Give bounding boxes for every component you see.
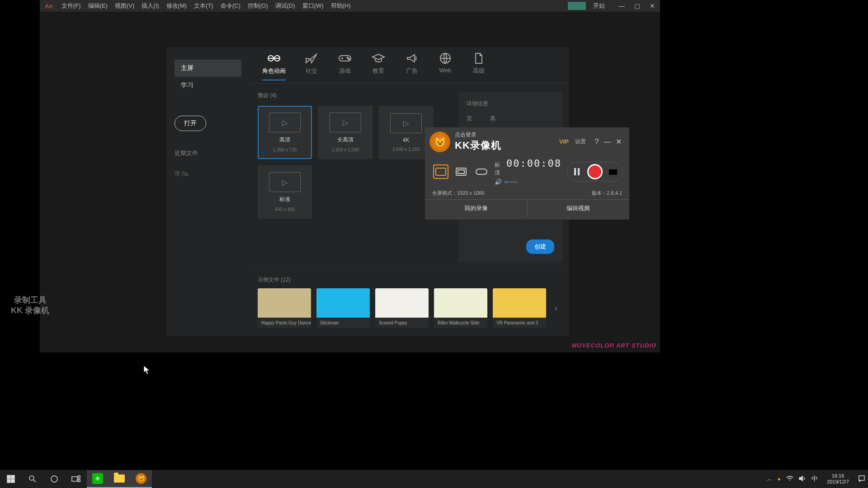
maximize-icon[interactable]: ▢ [629,2,645,9]
menu-insert[interactable]: 插入(I) [138,2,162,10]
kk-quality-label: 标清 [495,161,500,177]
kk-help-icon[interactable]: ? [591,138,602,146]
menu-view[interactable]: 视图(V) [111,2,138,10]
menu-edit[interactable]: 编辑(E) [85,2,111,10]
menu-window[interactable]: 窗口(W) [299,2,327,10]
svg-rect-10 [574,168,576,175]
kk-volume-icon[interactable]: 🔊 [495,178,502,185]
svg-rect-21 [78,476,80,478]
cat-advanced[interactable]: 高级 [471,52,486,80]
svg-rect-23 [859,476,864,480]
cat-label: 角色动画 [262,67,286,75]
recording-tool-watermark: 录制工具KK 录像机 [11,295,49,316]
cat-game[interactable]: 游戏 [337,52,353,80]
category-tabs: 角色动画 社交 游戏 教育 广告 Web 高级 [250,52,569,84]
cat-label: Web [439,67,452,74]
svg-point-4 [349,59,350,60]
cat-social[interactable]: 社交 [304,52,319,80]
svg-rect-20 [72,477,77,481]
kk-pause-button[interactable] [570,165,584,178]
workspace-thumb[interactable] [568,2,586,10]
kk-screenshot-button[interactable] [606,165,620,178]
close-icon[interactable]: ✕ [645,2,660,9]
kk-version: 版本：2.8.4.1 [592,190,622,197]
cat-label: 游戏 [339,67,351,75]
start-button[interactable] [0,470,22,488]
taskbar-kk[interactable]: 😺 [130,470,152,488]
kk-edit-video-button[interactable]: 编辑视频 [528,200,630,217]
svg-rect-22 [78,479,80,482]
menu-modify[interactable]: 修改(M) [163,2,191,10]
sample-card[interactable]: Stickman [316,288,370,328]
sample-card[interactable]: Happy Pants Guy Dance [258,288,311,328]
create-button[interactable]: 创建 [526,239,554,254]
menu-file[interactable]: 文件(F) [58,2,85,10]
menu-command[interactable]: 命令(C) [217,2,244,10]
kk-minimize-icon[interactable]: — [602,138,613,146]
cat-label: 社交 [306,67,317,75]
menu-control[interactable]: 控制(O) [244,2,272,10]
kk-settings-link[interactable]: 设置 [575,138,586,145]
samples-header: 示例文件 (12) [258,276,561,284]
taskbar-explorer[interactable] [108,470,130,488]
cortana-button[interactable] [43,470,65,488]
tray-volume-icon[interactable] [799,475,806,483]
search-button[interactable] [22,470,43,488]
svg-point-19 [51,476,57,482]
tray-clock[interactable]: 16:162019/12/7 [823,473,853,485]
svg-rect-11 [578,168,580,175]
detail-header: 详细信息 [467,100,554,108]
sidebar-tab-home[interactable]: 主屏 [175,60,241,77]
kk-close-icon[interactable]: ✕ [613,137,624,146]
kk-vip-badge[interactable]: VIP [559,138,569,145]
sample-card[interactable]: Scared Puppy [375,288,429,328]
samples-panel: 示例文件 (12) Happy Pants Guy Dance Stickman… [250,270,569,336]
kk-recorder-window: 😺 点击登录 KK录像机 VIP 设置 ? — ✕ 标清00:00:08 🔊 全… [425,127,629,220]
taskbar: ✳ 😺 ︿ ● 中 16:162019/12/7 [0,470,868,488]
kk-app-icon: 😺 [429,131,450,152]
tray-app-icon[interactable]: ● [778,476,781,482]
kk-mode-fullscreen[interactable] [433,164,448,179]
tray-ime[interactable]: 中 [811,475,818,483]
preset-standard[interactable]: ▷标准640 x 480 [258,165,312,219]
kk-login-link[interactable]: 点击登录 [455,131,557,139]
tray-wifi-icon[interactable] [786,475,793,483]
menu-help[interactable]: 帮助(H) [327,2,354,10]
minimize-icon[interactable]: — [614,2,629,9]
menu-text[interactable]: 文本(T) [190,2,217,10]
detail-height-label: 高 [490,115,495,122]
taskview-button[interactable] [65,470,87,488]
dialog-sidebar: 主屏 学习 打开 近期文件 带.fla [166,47,250,336]
presets-header: 预设 (4) [258,92,450,99]
open-button[interactable]: 打开 [175,116,206,131]
svg-rect-14 [7,475,10,479]
sidebar-tab-learn[interactable]: 学习 [175,77,241,94]
cat-ads[interactable]: 广告 [404,52,420,80]
svg-rect-6 [436,168,446,175]
sample-card[interactable]: VR Panoramic and 3 [493,288,546,328]
kk-title: KK录像机 [455,139,557,152]
tray-chevron-icon[interactable]: ︿ [767,475,772,483]
menu-debug[interactable]: 调试(D) [272,2,299,10]
samples-next-icon[interactable]: › [552,304,561,313]
preset-hd[interactable]: ▷高清1,280 x 720 [258,106,312,159]
cat-web[interactable]: Web [438,52,453,80]
detail-width-label: 宽 [467,115,472,122]
taskbar-wechat[interactable]: ✳ [87,470,108,488]
kk-mode-region[interactable] [454,164,469,179]
cat-label: 高级 [473,67,485,75]
recent-files-label: 近期文件 [175,149,241,157]
svg-rect-9 [476,169,487,174]
kk-record-button[interactable] [587,164,603,179]
svg-rect-8 [458,170,464,174]
workspace-switcher[interactable]: 开始 [590,2,609,10]
kk-mode-game[interactable] [474,164,489,179]
cat-character[interactable]: 角色动画 [262,52,286,80]
sample-card[interactable]: Bilbo Walkcycle Side [434,288,487,328]
preset-fullhd[interactable]: ▷全高清1,920 x 1,080 [318,106,373,159]
tray-notifications-icon[interactable] [858,475,865,483]
cat-education[interactable]: 教育 [371,52,386,80]
kk-timer: 00:00:08 [506,158,561,169]
svg-rect-16 [7,479,10,483]
kk-my-recordings-button[interactable]: 我的录像 [425,200,528,217]
